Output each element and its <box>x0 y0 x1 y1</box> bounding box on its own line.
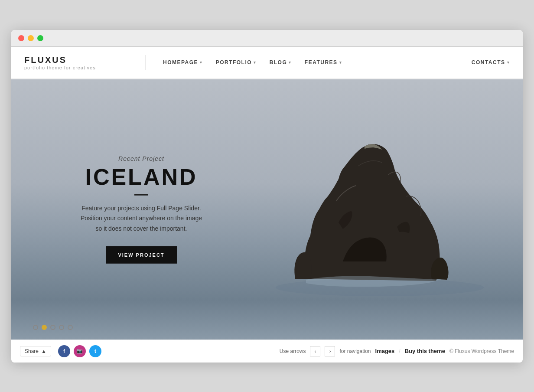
footer-right: Use arrows ‹ › for navigation Images / B… <box>280 346 514 356</box>
slider-dot-3[interactable] <box>50 325 55 330</box>
separator: / <box>399 348 400 354</box>
chevron-down-icon: ▾ <box>339 60 342 65</box>
browser-chrome <box>11 30 523 47</box>
nav-features[interactable]: FEATURES ▾ <box>305 59 342 65</box>
buy-theme-button[interactable]: Buy this theme <box>405 348 445 354</box>
hero-divider <box>134 194 148 195</box>
hero-description: Feature your projects using Full Page Sl… <box>63 203 219 234</box>
nav-next-button[interactable]: › <box>325 346 335 356</box>
chevron-down-icon: ▾ <box>507 60 510 65</box>
slider-dots <box>33 325 73 330</box>
chevron-down-icon: ▾ <box>254 60 257 65</box>
nav-links: HOMEPAGE ▾ PORTFOLIO ▾ BLOG ▾ FEATURES ▾ <box>146 59 472 65</box>
hero-title: ICELAND <box>63 165 219 188</box>
slider-dot-2[interactable] <box>42 325 47 330</box>
brand: FLUXUS portfolio theme for creatives <box>24 55 146 70</box>
minimize-button[interactable] <box>28 35 34 41</box>
hero-content: Recent Project ICELAND Feature your proj… <box>63 155 219 263</box>
share-label: Share <box>25 348 39 354</box>
images-label: Images <box>375 348 395 354</box>
hero-subtitle: Recent Project <box>63 155 219 162</box>
share-button[interactable]: Share ▲ <box>20 346 51 356</box>
nav-homepage[interactable]: HOMEPAGE ▾ <box>163 59 203 65</box>
tagline-text: portfolio theme for creatives <box>24 65 128 70</box>
slider-dot-5[interactable] <box>68 325 73 330</box>
navigation-text-before: Use arrows <box>280 348 306 354</box>
maximize-button[interactable] <box>37 35 43 41</box>
logo-text: FLUXUS <box>24 55 128 65</box>
slider-dot-4[interactable] <box>59 325 64 330</box>
browser-window: FLUXUS portfolio theme for creatives HOM… <box>11 30 523 363</box>
facebook-icon[interactable]: f <box>58 345 70 357</box>
footer-bar: Share ▲ f 📷 t Use arrows ‹ › for navigat… <box>11 340 523 363</box>
chevron-left-icon: ‹ <box>315 349 316 354</box>
navigation-text-after: for navigation <box>339 348 371 354</box>
nav-contacts[interactable]: CONTACTS ▾ <box>472 59 510 65</box>
nav-prev-button[interactable]: ‹ <box>310 346 320 356</box>
hero-rock-image <box>271 114 488 305</box>
social-icons: f 📷 t <box>58 345 101 357</box>
chevron-down-icon: ▾ <box>200 60 203 65</box>
instagram-icon[interactable]: 📷 <box>74 345 86 357</box>
chevron-right-icon: › <box>329 349 331 354</box>
share-arrow-icon: ▲ <box>41 348 46 354</box>
chevron-down-icon: ▾ <box>289 60 292 65</box>
twitter-icon[interactable]: t <box>89 345 101 357</box>
nav-blog[interactable]: BLOG ▾ <box>270 59 292 65</box>
main-nav: FLUXUS portfolio theme for creatives HOM… <box>11 47 523 79</box>
slider-dot-1[interactable] <box>33 325 38 330</box>
nav-portfolio[interactable]: PORTFOLIO ▾ <box>216 59 257 65</box>
view-project-button[interactable]: VIEW PROJECT <box>106 246 176 264</box>
copyright-text: © Fluxus Wordpress Theme <box>449 348 514 354</box>
close-button[interactable] <box>18 35 24 41</box>
hero-section: Recent Project ICELAND Feature your proj… <box>11 79 523 340</box>
